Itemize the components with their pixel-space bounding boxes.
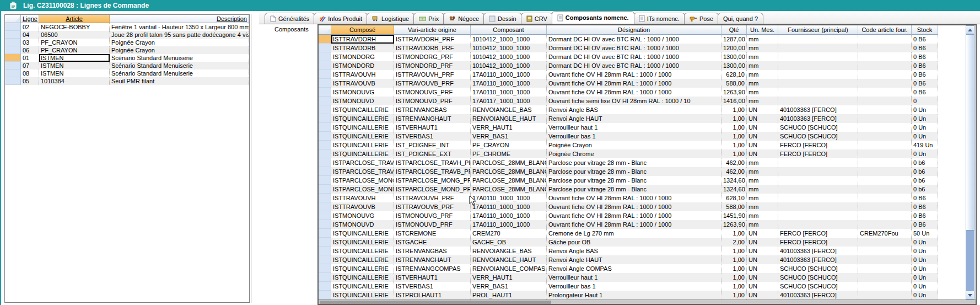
cell-designation[interactable]: Ouvrant fiche OV HI 28mm RAL : 1000 / 10… [547, 70, 721, 79]
cell-article[interactable]: ISTMEN [39, 62, 110, 69]
row-selector[interactable] [319, 167, 331, 176]
cell-stock[interactable]: 0 Un [912, 273, 938, 282]
cell-code[interactable] [858, 167, 912, 176]
cell-compose[interactable]: ISTTRAVOUVH [331, 194, 394, 202]
cell-vari[interactable]: ISTTRAVOUVH_PRF [394, 70, 471, 79]
column-header-fournisseur[interactable]: Fournisseur (principal) [778, 25, 858, 35]
cell-ligne[interactable]: 03 [21, 39, 39, 46]
cell-fournisseur[interactable]: SCHUCO [SCHUCO] [778, 132, 858, 141]
cell-vari[interactable]: ISTVERHAUT1 [394, 123, 471, 132]
cell-designation[interactable]: Verrouilleur bas 1 [547, 132, 721, 141]
cell-qte[interactable]: 628,10 [721, 194, 747, 202]
cell-stock[interactable]: 0 B6 [912, 194, 938, 202]
column-header-un[interactable]: Un. Mes. [747, 25, 778, 35]
cell-composant[interactable]: 1010412_1000_1000 [471, 52, 547, 61]
cell-stock[interactable]: 50 Un [912, 229, 938, 238]
cell-fournisseur[interactable] [778, 88, 858, 97]
cell-ligne[interactable]: 04 [21, 31, 39, 39]
tab-qui-quand[interactable]: Qui, quand ? [718, 13, 763, 24]
cell-fournisseur[interactable]: 401003363 [FERCO] [778, 247, 858, 255]
cell-description[interactable]: Scénario Standard Menuiserie [110, 62, 249, 69]
row-selector[interactable] [5, 31, 21, 39]
cell-code[interactable] [858, 194, 912, 202]
cell-composant[interactable]: PARCLOSE_28MM_BLANC [471, 185, 547, 194]
cell-vari[interactable]: ISTMONOUVG_PRF [394, 88, 471, 97]
cell-fournisseur[interactable] [778, 79, 858, 88]
cell-code[interactable] [858, 158, 912, 167]
row-selector[interactable] [319, 282, 331, 291]
row-selector[interactable] [319, 149, 331, 158]
tab-infos-produit[interactable]: Infos Produit [314, 13, 368, 24]
cell-code[interactable] [858, 202, 912, 211]
cell-compose[interactable]: ISTQUINCAILLERIE [331, 273, 394, 282]
cell-un[interactable]: UN [747, 149, 778, 158]
component-row[interactable]: ISTQUINCAILLERIEISTVERHAUT1VERR_HAUT1Ver… [319, 273, 938, 282]
row-selector[interactable] [5, 46, 21, 54]
cell-code[interactable] [858, 44, 912, 52]
cell-designation[interactable]: Parclose pour vitrage 28 mm - Blanc [547, 167, 721, 176]
component-row[interactable]: ISTMONOUVGISTMONOUVG_PRF17A0110_1000_100… [319, 211, 938, 220]
cell-vari[interactable]: ISTPROLHAUT1 [394, 291, 471, 299]
cell-composant[interactable]: 1010412_1000_1000 [471, 61, 547, 70]
cell-fournisseur[interactable] [778, 202, 858, 211]
cell-designation[interactable]: Renvoi Angle BAS [547, 247, 721, 255]
cell-qte[interactable]: 2,00 [721, 238, 747, 247]
column-header-description[interactable]: Description [110, 15, 249, 23]
cell-compose[interactable]: ISTTRAVDORB [331, 44, 394, 52]
cell-designation[interactable]: Dormant DC HI OV avec BTC RAL : 1000 / 1… [547, 61, 721, 70]
cell-fournisseur[interactable]: 401003363 [FERCO] [778, 291, 858, 299]
cell-qte[interactable]: 1,00 [721, 114, 747, 123]
cell-stock[interactable]: 0 B6 [912, 52, 938, 61]
cell-compose[interactable]: ISTTRAVOUVH [331, 70, 394, 79]
cell-vari[interactable]: ISTTRAVOUVH_PRF [394, 194, 471, 202]
cell-fournisseur[interactable] [778, 220, 858, 229]
cell-article[interactable]: 06500 [39, 31, 110, 39]
tab-logistique[interactable]: Logistique [367, 13, 414, 24]
component-row[interactable]: ISTQUINCAILLERIEISTRENVANGHAUTRENVOIANGL… [319, 114, 938, 123]
cell-qte[interactable]: 588,00 [721, 79, 747, 88]
cell-composant[interactable]: 17A0110_1000_1000 [471, 211, 547, 220]
column-header-code[interactable]: Code article four. [858, 25, 912, 35]
cell-un[interactable]: UN [747, 264, 778, 273]
row-selector[interactable] [319, 273, 331, 282]
tab-its-nomenc[interactable]: ITs nomenc. [633, 13, 685, 24]
tab-n-goce[interactable]: Négoce [443, 13, 484, 24]
cell-compose[interactable]: ISTQUINCAILLERIE [331, 238, 394, 247]
cell-code[interactable] [858, 88, 912, 97]
cell-compose[interactable]: ISTTRAVDORH [331, 35, 394, 44]
component-row[interactable]: ISTPARCLOSE_TRAVBISTPARCLOSE_TRAVB_PRFPA… [319, 167, 938, 176]
cell-qte[interactable]: 1416,00 [721, 97, 747, 105]
cell-article[interactable]: NEGOCE-BOBBY [39, 23, 110, 31]
component-row[interactable]: ISTPARCLOSE_TRAVHISTPARCLOSE_TRAVH_PRFPA… [319, 158, 938, 167]
cell-ligne[interactable]: 07 [21, 62, 39, 69]
cell-description[interactable]: Scénario Standard Menuiserie [110, 69, 249, 77]
row-selector[interactable] [5, 23, 21, 31]
cell-fournisseur[interactable] [778, 61, 858, 70]
cell-compose[interactable]: ISTPARCLOSE_MONG [331, 176, 394, 185]
component-row[interactable]: ISTPARCLOSE_MONGISTPARCLOSE_MONG_PRFPARC… [319, 176, 938, 185]
column-header-qte[interactable]: Qté [721, 25, 747, 35]
order-line-row[interactable]: 03PF_CRAYONPoignée Crayon [5, 39, 249, 46]
cell-vari[interactable]: ISTMONDORG_PRF [394, 52, 471, 61]
cell-stock[interactable]: 0 b6 [912, 158, 938, 167]
cell-fournisseur[interactable]: FERCO [FERCO] [778, 238, 858, 247]
cell-stock[interactable]: 0 B6 [912, 79, 938, 88]
order-line-row[interactable]: 02NEGOCE-BOBBYFenêtre 1 vantail - Hauteu… [5, 23, 249, 31]
cell-qte[interactable]: 1324,60 [721, 176, 747, 185]
cell-composant[interactable]: RENVOIANGLE_BAS [471, 105, 547, 114]
cell-compose[interactable]: ISTQUINCAILLERIE [331, 255, 394, 264]
cell-designation[interactable]: Ouvrant fiche OV HI 28mm RAL : 1000 / 10… [547, 220, 721, 229]
component-row[interactable]: ISTTRAVOUVHISTTRAVOUVH_PRF17A0110_1000_1… [319, 70, 938, 79]
cell-fournisseur[interactable] [778, 97, 858, 105]
cell-designation[interactable]: Dormant DC HI OV avec BTC RAL : 1000 / 1… [547, 52, 721, 61]
cell-stock[interactable]: 0 [912, 97, 938, 105]
cell-vari[interactable]: ISTRENVANGCOMPAS [394, 264, 471, 273]
cell-un[interactable]: UN [747, 247, 778, 255]
cell-compose[interactable]: ISTQUINCAILLERIE [331, 105, 394, 114]
order-line-row[interactable]: 06PF_CRAYONPoignée Crayon [5, 46, 249, 54]
row-selector[interactable] [319, 255, 331, 264]
cell-fournisseur[interactable]: 401003363 [FERCO] [778, 255, 858, 264]
cell-qte[interactable]: 462,00 [721, 167, 747, 176]
cell-description[interactable]: Scénario Standard Menuiserie [110, 54, 249, 62]
cell-stock[interactable]: 0 Un [912, 291, 938, 299]
